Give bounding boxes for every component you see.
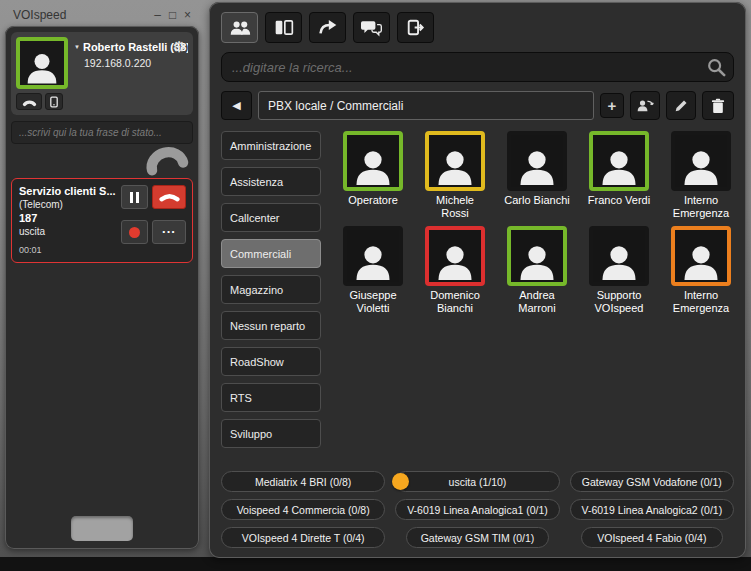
contact-card[interactable]: Franco Verdi xyxy=(579,131,659,220)
toolbar-panels-button[interactable] xyxy=(265,12,302,43)
contact-avatar xyxy=(425,131,485,191)
department-button[interactable]: Sviluppo xyxy=(221,419,321,448)
contact-card[interactable]: Operatore xyxy=(333,131,413,220)
deskphone-device-button[interactable] xyxy=(16,93,42,110)
contact-avatar xyxy=(589,131,649,191)
contact-avatar xyxy=(671,226,731,286)
status-message-input[interactable] xyxy=(11,121,193,144)
breadcrumb-bar: ◀ + xyxy=(221,91,734,120)
line-status-pill[interactable]: Mediatrix 4 BRI (0/8) xyxy=(221,471,385,492)
toolbar-forward-button[interactable] xyxy=(309,12,346,43)
pause-icon xyxy=(136,192,139,203)
pencil-icon xyxy=(674,98,689,113)
line-label: V-6019 Linea Analogica2 (0/1) xyxy=(581,504,722,516)
add-group-button[interactable]: + xyxy=(600,93,624,118)
contact-card[interactable]: Carlo Bianchi xyxy=(497,131,577,220)
contact-name: Domenico Bianchi xyxy=(421,289,489,315)
contact-card[interactable]: Supporto VOIspeed xyxy=(579,226,659,315)
mobile-device-button[interactable] xyxy=(45,93,63,110)
line-status-pill[interactable]: Gateway GSM Vodafone (0/1) xyxy=(570,471,734,492)
hold-button[interactable] xyxy=(121,185,148,209)
contact-name: Franco Verdi xyxy=(588,194,650,220)
contact-card[interactable]: Domenico Bianchi xyxy=(415,226,495,315)
contact-name: Carlo Bianchi xyxy=(504,194,569,220)
page-export-icon xyxy=(406,19,425,36)
department-button[interactable]: RTS xyxy=(221,383,321,412)
trash-icon xyxy=(711,98,725,114)
line-status-pill[interactable]: V-6019 Linea Analogica2 (0/1) xyxy=(570,499,734,520)
department-button[interactable]: RoadShow xyxy=(221,347,321,376)
active-call-panel: Servizio clienti S... (Telecom) 187 usci… xyxy=(11,178,193,263)
contact-card[interactable]: Interno Emergenza xyxy=(661,226,741,315)
department-button[interactable]: Amministrazione xyxy=(221,131,321,160)
department-button-selected[interactable]: Commerciali xyxy=(221,239,321,268)
contact-avatar xyxy=(671,131,731,191)
call-direction: uscita xyxy=(19,226,117,237)
search-icon[interactable] xyxy=(706,57,726,77)
toolbar-chat-button[interactable] xyxy=(353,12,390,43)
toolbar-export-button[interactable] xyxy=(397,12,434,43)
line-status-pill[interactable]: V-6019 Linea Analogica1 (0/1) xyxy=(395,499,559,520)
maximize-button[interactable]: □ xyxy=(165,8,180,22)
user-card: ⚙ ▼ Roberto Rastelli (38) 192.168.0.220 xyxy=(11,32,193,115)
edit-button[interactable] xyxy=(666,91,696,120)
voispeed-mini-window: VOIspeed – □ × ⚙ ▼ Roberto Rastelli (38)… xyxy=(5,4,199,549)
contacts-grid: Operatore Michele Rossi Carlo Bianchi Fr… xyxy=(333,131,741,463)
minimize-button[interactable]: – xyxy=(150,8,165,22)
record-button[interactable] xyxy=(121,220,148,244)
line-status-pill[interactable]: VOIspeed 4 Fabio (0/4) xyxy=(581,527,723,548)
handset-area xyxy=(11,144,193,176)
department-button[interactable]: Nessun reparto xyxy=(221,311,321,340)
toolbar-contacts-button[interactable] xyxy=(221,12,258,43)
contact-card[interactable]: Interno Emergenza xyxy=(661,131,741,220)
search-bar xyxy=(221,52,734,82)
person-icon xyxy=(432,144,478,187)
hangup-button[interactable] xyxy=(152,185,186,209)
contact-name: Interno Emergenza xyxy=(667,194,735,220)
status-dropdown-icon[interactable]: ▼ xyxy=(74,44,80,50)
call-duration: 00:01 xyxy=(19,245,117,255)
contact-avatar xyxy=(343,131,403,191)
group-call-button[interactable] xyxy=(630,91,660,120)
contact-avatar xyxy=(507,226,567,286)
department-button[interactable]: Callcenter xyxy=(221,203,321,232)
user-ip-address: 192.168.0.220 xyxy=(74,57,188,69)
voispeed-main-window: ◀ + Amministrazione Assistenza Call xyxy=(209,2,746,558)
line-status-pill[interactable]: uscita (1/10) xyxy=(395,471,559,492)
person-icon xyxy=(596,239,642,282)
window-body: ⚙ ▼ Roberto Rastelli (38) 192.168.0.220 xyxy=(5,26,199,549)
handset-icon[interactable] xyxy=(140,139,192,181)
line-status-pill[interactable]: Gateway GSM TIM (0/1) xyxy=(406,527,548,548)
department-button[interactable]: Magazzino xyxy=(221,275,321,304)
close-button[interactable]: × xyxy=(180,8,195,22)
line-label: Voispeed 4 Commercia (0/8) xyxy=(237,504,370,516)
departments-list: Amministrazione Assistenza Callcenter Co… xyxy=(221,131,321,463)
department-button[interactable]: Assistenza xyxy=(221,167,321,196)
back-button[interactable]: ◀ xyxy=(221,91,252,120)
contact-card[interactable]: Giuseppe Violetti xyxy=(333,226,413,315)
window-title: VOIspeed xyxy=(13,8,150,22)
line-status-pill[interactable]: VOIspeed 4 Dirette T (0/4) xyxy=(221,527,385,548)
contact-name: Supporto VOIspeed xyxy=(585,289,653,315)
main-toolbar xyxy=(221,12,734,43)
contact-name: Giuseppe Violetti xyxy=(339,289,407,315)
more-options-button[interactable]: ... xyxy=(152,220,186,244)
settings-gear-icon[interactable]: ⚙ xyxy=(173,39,186,54)
window-titlebar[interactable]: VOIspeed – □ × xyxy=(5,4,199,26)
line-label: Mediatrix 4 BRI (0/8) xyxy=(255,476,351,488)
window-drag-handle[interactable] xyxy=(71,516,133,541)
person-icon xyxy=(432,239,478,282)
search-input[interactable] xyxy=(221,52,734,82)
line-label: Gateway GSM Vodafone (0/1) xyxy=(582,476,722,488)
user-avatar[interactable] xyxy=(16,37,68,89)
hangup-handset-icon xyxy=(159,192,180,203)
pause-icon xyxy=(130,192,133,203)
breadcrumb-input[interactable] xyxy=(258,91,594,120)
contact-card[interactable]: Andrea Marroni xyxy=(497,226,577,315)
contact-name: Interno Emergenza xyxy=(667,289,735,315)
line-status-pill[interactable]: Voispeed 4 Commercia (0/8) xyxy=(221,499,385,520)
mobile-phone-icon xyxy=(50,96,58,108)
call-contact-name: Servizio clienti S... xyxy=(19,185,117,197)
delete-button[interactable] xyxy=(702,91,734,120)
contact-card[interactable]: Michele Rossi xyxy=(415,131,495,220)
